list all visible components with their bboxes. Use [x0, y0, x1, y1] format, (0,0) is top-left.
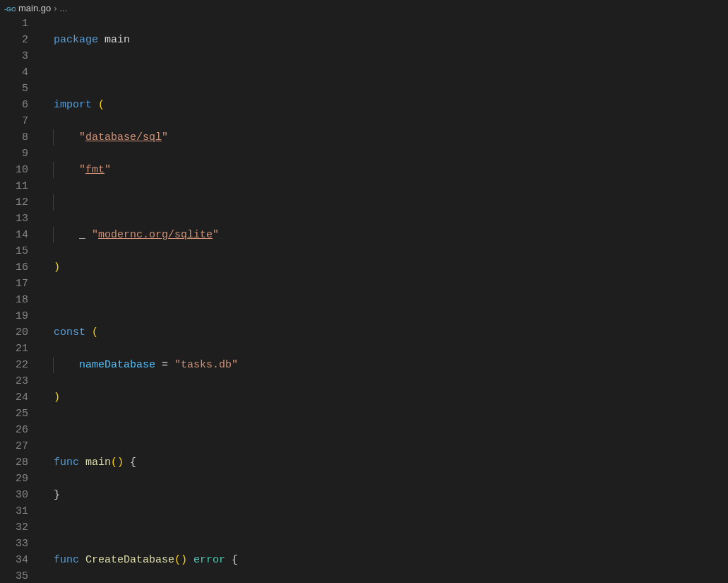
line-number: 7	[0, 113, 28, 129]
line-number: 34	[0, 552, 28, 568]
line-number: 12	[0, 194, 28, 211]
line-number: 23	[0, 373, 28, 389]
code-line[interactable]: func CreateDatabase() error {	[54, 552, 460, 568]
line-number: 20	[0, 324, 28, 341]
breadcrumb-dots[interactable]: ...	[60, 3, 68, 13]
line-number: 24	[0, 389, 28, 406]
code-line[interactable]	[54, 194, 460, 211]
line-number: 16	[0, 259, 28, 276]
line-number: 31	[0, 503, 28, 519]
line-number: 29	[0, 471, 28, 487]
code-line[interactable]: }	[54, 487, 460, 503]
line-number: 17	[0, 276, 28, 292]
line-number: 19	[0, 308, 28, 324]
code-line[interactable]	[54, 519, 460, 536]
breadcrumb[interactable]: -GO main.go › ...	[0, 0, 728, 16]
code-line[interactable]: "fmt"	[54, 162, 460, 178]
line-number: 26	[0, 422, 28, 438]
line-number: 32	[0, 519, 28, 536]
code-line[interactable]	[54, 292, 460, 308]
code-line[interactable]: nameDatabase = "tasks.db"	[54, 357, 460, 373]
code-content[interactable]: package main import ( "database/sql" "fm…	[41, 16, 460, 583]
line-number: 14	[0, 227, 28, 243]
code-line[interactable]	[54, 422, 460, 438]
code-line[interactable]	[54, 64, 460, 81]
line-number: 4	[0, 64, 28, 81]
line-number: 33	[0, 536, 28, 552]
code-line[interactable]: )	[54, 259, 460, 276]
line-number: 18	[0, 292, 28, 308]
line-number: 3	[0, 48, 28, 64]
code-line[interactable]: func main() {	[54, 454, 460, 471]
code-line[interactable]: "database/sql"	[54, 129, 460, 146]
code-editor[interactable]: 1 2 3 4 5 6 7 8 9 10 11 12 13 14 15 16 1…	[0, 16, 728, 583]
line-number: 13	[0, 211, 28, 227]
line-number: 35	[0, 568, 28, 583]
code-line[interactable]: )	[54, 389, 460, 406]
line-number-gutter: 1 2 3 4 5 6 7 8 9 10 11 12 13 14 15 16 1…	[0, 16, 41, 583]
breadcrumb-filename[interactable]: main.go	[18, 3, 51, 13]
line-number: 8	[0, 129, 28, 146]
line-number: 5	[0, 81, 28, 97]
breadcrumb-separator: ›	[54, 3, 56, 13]
code-line[interactable]: const (	[54, 324, 460, 341]
line-number: 1	[0, 16, 28, 32]
line-number: 25	[0, 406, 28, 422]
line-number: 27	[0, 438, 28, 454]
line-number: 6	[0, 97, 28, 113]
line-number: 22	[0, 357, 28, 373]
code-line[interactable]: import (	[54, 97, 460, 113]
line-number: 30	[0, 487, 28, 503]
line-number: 28	[0, 454, 28, 471]
line-number: 11	[0, 178, 28, 194]
line-number: 9	[0, 146, 28, 162]
code-line[interactable]: package main	[54, 32, 460, 48]
code-line[interactable]: _ "modernc.org/sqlite"	[54, 227, 460, 243]
go-file-icon: -GO	[4, 3, 16, 14]
line-number: 2	[0, 32, 28, 48]
line-number: 21	[0, 341, 28, 357]
line-number: 10	[0, 162, 28, 178]
svg-text:-GO: -GO	[4, 6, 16, 13]
line-number: 15	[0, 243, 28, 259]
